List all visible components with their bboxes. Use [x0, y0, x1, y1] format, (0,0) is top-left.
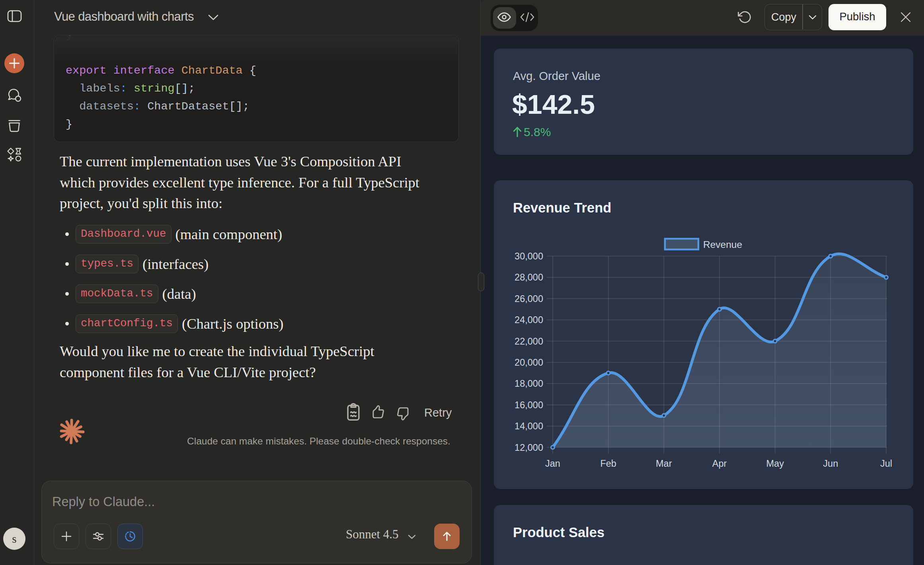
svg-text:Revenue: Revenue	[703, 239, 742, 250]
svg-text:28,000: 28,000	[515, 272, 543, 282]
svg-text:20,000: 20,000	[515, 357, 543, 368]
svg-text:30,000: 30,000	[515, 251, 543, 261]
svg-text:22,000: 22,000	[515, 336, 543, 347]
svg-text:Jan: Jan	[545, 458, 560, 469]
svg-text:14,000: 14,000	[515, 421, 543, 431]
svg-text:Jul: Jul	[880, 458, 892, 469]
svg-text:18,000: 18,000	[515, 378, 543, 389]
svg-text:16,000: 16,000	[515, 400, 543, 410]
svg-text:24,000: 24,000	[515, 315, 543, 325]
svg-text:12,000: 12,000	[515, 442, 543, 453]
svg-text:26,000: 26,000	[515, 294, 543, 304]
svg-text:May: May	[766, 458, 784, 469]
svg-text:Feb: Feb	[600, 458, 616, 469]
svg-text:Apr: Apr	[712, 458, 727, 469]
svg-text:Mar: Mar	[656, 458, 672, 469]
svg-text:Jun: Jun	[823, 458, 838, 469]
